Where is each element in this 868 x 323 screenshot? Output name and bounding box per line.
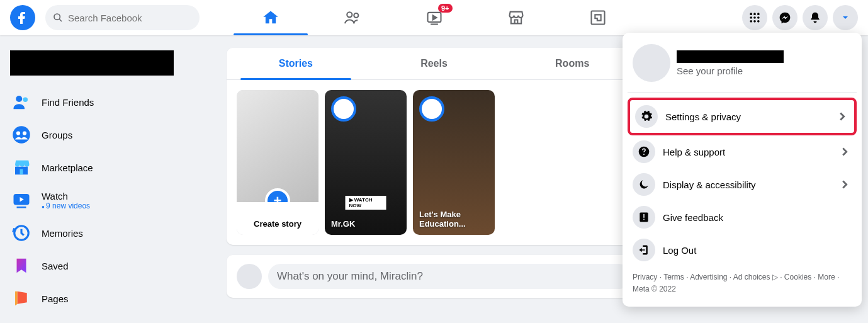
sidebar-item-memories[interactable]: Memories [5, 217, 222, 249]
sidebar-label: Pages [42, 293, 69, 304]
svg-point-0 [54, 14, 60, 20]
svg-point-19 [16, 131, 20, 135]
nav-gaming[interactable] [557, 0, 639, 35]
svg-point-13 [750, 20, 752, 23]
svg-point-17 [23, 98, 28, 103]
menu-settings-privacy[interactable]: Settings & privacy [628, 98, 857, 135]
composer-card: What's on your mind, Miraclin? [227, 255, 641, 298]
left-sidebar: Find Friends Groups Marketplace Watch 9 … [0, 35, 227, 323]
divider [628, 92, 857, 93]
tab-stories[interactable]: Stories [227, 48, 365, 79]
saved-icon [10, 254, 33, 277]
logout-icon [633, 239, 655, 261]
messenger-button[interactable] [772, 5, 798, 30]
sidebar-sublabel: 9 new videos [42, 201, 90, 210]
profile-name-redacted[interactable] [10, 50, 174, 76]
story-tabs: Stories Reels Rooms [227, 48, 641, 80]
nav-watch[interactable]: 9+ [393, 0, 475, 35]
menu-label: Settings & privacy [665, 111, 828, 122]
sidebar-label: Memories [42, 228, 83, 239]
dropdown-profile-link[interactable]: See your profile [628, 39, 857, 87]
account-dropdown-button[interactable] [833, 5, 858, 30]
sidebar-item-marketplace[interactable]: Marketplace [5, 151, 222, 184]
menu-help-support[interactable]: Help & support [628, 135, 857, 168]
story-card[interactable]: ▶ WATCH NOW Mr.GK [325, 90, 407, 235]
help-icon [633, 140, 655, 163]
search-input[interactable] [68, 13, 192, 23]
friends-icon [10, 91, 33, 113]
nav-home[interactable] [230, 0, 312, 35]
groups-icon [10, 123, 33, 146]
avatar [633, 44, 670, 82]
menu-grid-button[interactable] [742, 5, 767, 30]
tab-reels[interactable]: Reels [365, 48, 504, 79]
svg-point-18 [13, 126, 30, 144]
story-avatar-ring [419, 96, 444, 122]
menu-label: Give feedback [663, 212, 852, 223]
menu-give-feedback[interactable]: Give feedback [628, 201, 857, 234]
sidebar-item-groups[interactable]: Groups [5, 118, 222, 151]
svg-point-14 [753, 20, 756, 23]
main-feed: Stories Reels Rooms + Create story ▶ WAT… [227, 0, 641, 298]
sidebar-item-saved[interactable]: Saved [5, 249, 222, 282]
svg-rect-21 [20, 169, 23, 175]
sidebar-label: Saved [42, 261, 69, 271]
chevron-right-icon [838, 178, 852, 191]
svg-point-16 [16, 96, 22, 102]
stories-card: Stories Reels Rooms + Create story ▶ WAT… [227, 48, 641, 245]
svg-point-12 [757, 16, 760, 19]
tab-rooms[interactable]: Rooms [503, 48, 641, 79]
feedback-icon [633, 206, 655, 229]
account-dropdown: See your profile Settings & privacy Help… [623, 33, 862, 307]
moon-icon [633, 173, 655, 196]
menu-label: Log Out [663, 245, 852, 256]
story-avatar-ring [331, 96, 356, 122]
svg-point-3 [354, 13, 358, 18]
profile-name-redacted [677, 50, 784, 63]
story-title: Mr.GK [331, 219, 400, 229]
svg-rect-6 [591, 11, 604, 25]
sidebar-label: Find Friends [42, 97, 94, 108]
sidebar-label: Marketplace [42, 162, 93, 173]
composer-avatar[interactable] [237, 264, 262, 289]
svg-point-15 [757, 20, 760, 23]
dropdown-footer[interactable]: Privacy · Terms · Advertising · Ad choic… [628, 266, 857, 300]
svg-point-7 [750, 13, 752, 15]
sidebar-label: Watch [42, 191, 90, 201]
composer-input[interactable]: What's on your mind, Miraclin? [268, 264, 631, 289]
create-story-card[interactable]: + Create story [237, 90, 318, 235]
svg-point-9 [757, 13, 760, 15]
watch-now-badge: ▶ WATCH NOW [346, 196, 386, 210]
create-story-label: Create story [237, 202, 318, 235]
watch-badge: 9+ [438, 4, 453, 13]
sidebar-label: Groups [42, 130, 72, 140]
svg-point-2 [347, 12, 352, 17]
story-card[interactable]: Let's Make Education... [413, 90, 495, 235]
top-header: 9+ [0, 0, 868, 35]
menu-log-out[interactable]: Log Out [628, 234, 857, 266]
sidebar-item-pages[interactable]: Pages [5, 282, 222, 315]
gear-icon [635, 105, 658, 128]
chevron-right-icon [838, 145, 852, 159]
search-box[interactable] [45, 5, 200, 30]
svg-point-11 [753, 16, 756, 19]
notifications-button[interactable] [803, 5, 828, 30]
svg-line-1 [59, 19, 62, 21]
svg-point-20 [23, 131, 26, 135]
chevron-right-icon [835, 110, 849, 123]
menu-label: Display & accessibility [663, 179, 830, 190]
svg-point-10 [750, 16, 752, 19]
svg-rect-28 [643, 214, 645, 218]
watch-icon [10, 189, 33, 212]
svg-point-26 [643, 154, 645, 155]
svg-point-8 [753, 13, 756, 15]
search-icon [53, 13, 63, 23]
nav-friends[interactable] [312, 0, 393, 35]
sidebar-item-watch[interactable]: Watch 9 new videos [5, 184, 222, 217]
facebook-logo[interactable] [10, 5, 35, 30]
menu-display-accessibility[interactable]: Display & accessibility [628, 168, 857, 201]
nav-marketplace[interactable] [475, 0, 557, 35]
center-nav: 9+ [230, 0, 639, 35]
story-title: Let's Make Education... [419, 210, 488, 229]
sidebar-item-find-friends[interactable]: Find Friends [5, 86, 222, 118]
